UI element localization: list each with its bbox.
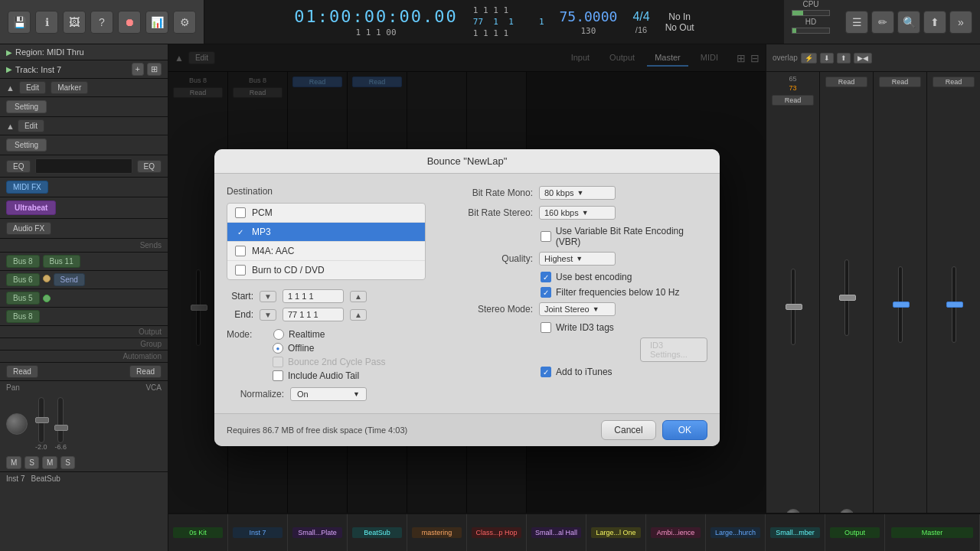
dest-mp3[interactable]: ✓ MP3 xyxy=(227,223,425,242)
burn-label: Burn to CD / DVD xyxy=(252,265,325,276)
share-btn[interactable]: ⬆ xyxy=(923,11,946,34)
edit2-btn[interactable]: Edit xyxy=(18,119,44,132)
list-btn[interactable]: ☰ xyxy=(845,11,868,34)
vbr-checkbox[interactable] xyxy=(541,231,551,242)
send-btn[interactable]: Send xyxy=(54,273,85,286)
start-mode-arrow[interactable]: ▼ xyxy=(260,291,276,302)
add-itunes-checkbox[interactable]: ✓ xyxy=(541,367,551,377)
right-play-btn[interactable]: ▶◀ xyxy=(854,53,872,64)
arrow-up2-btn[interactable]: ▲ xyxy=(6,122,15,131)
audio-fx-btn[interactable]: Audio FX xyxy=(6,222,51,235)
bus8-2-btn[interactable]: Bus 8 xyxy=(6,310,40,323)
read-btn1[interactable]: Read xyxy=(6,365,38,378)
record-btn[interactable]: ⏺ xyxy=(118,11,141,34)
bus5-btn[interactable]: Bus 5 xyxy=(6,292,40,305)
bounce-dialog: Bounce "NewLap" Destination PCM xyxy=(214,149,720,446)
end-mode-arrow[interactable]: ▼ xyxy=(260,309,276,321)
filter-freq-checkbox[interactable]: ✓ xyxy=(541,287,551,298)
pcm-checkbox[interactable] xyxy=(235,207,246,218)
photo-btn[interactable]: 🖼 xyxy=(63,11,86,34)
normalize-value: On xyxy=(297,390,309,399)
burn-checkbox[interactable] xyxy=(235,265,246,276)
bus6-btn[interactable]: Bus 6 xyxy=(6,273,40,286)
s-btn2[interactable]: S xyxy=(60,456,75,469)
arrow-up-btn[interactable]: ▲ xyxy=(6,83,15,93)
more-btn[interactable]: » xyxy=(949,11,972,34)
no-out-label: No Out xyxy=(665,22,694,33)
info-btn[interactable]: ℹ xyxy=(35,11,58,34)
dest-pcm[interactable]: PCM xyxy=(227,204,425,223)
id3-settings-btn[interactable]: ID3 Settings... xyxy=(640,337,707,362)
include-tail-inner: Include Audio Tail xyxy=(273,370,426,381)
write-id3-checkbox[interactable] xyxy=(541,322,551,333)
m-btn2[interactable]: M xyxy=(42,456,57,469)
settings-btn[interactable]: ⚙ xyxy=(173,11,196,34)
dialog-right: Bit Rate Mono: 80 kbps ▼ Bit Rate Stereo… xyxy=(441,186,707,401)
setting-btn2[interactable]: Setting xyxy=(6,139,47,152)
edit-btn[interactable]: Edit xyxy=(19,81,46,94)
save-btn[interactable]: 💾 xyxy=(8,11,31,34)
start-value[interactable]: 1 1 1 1 xyxy=(283,289,344,303)
mp3-checkbox[interactable]: ✓ xyxy=(235,227,246,237)
ultrabeat-btn[interactable]: Ultrabeat xyxy=(6,201,56,215)
add-btn[interactable]: + xyxy=(132,63,144,76)
dest-burn[interactable]: Burn to CD / DVD xyxy=(227,261,425,279)
right-arrow-btn1[interactable]: ⬇ xyxy=(820,53,834,64)
bit-rate-stereo-label: Bit Rate Stereo: xyxy=(441,207,533,218)
cancel-button[interactable]: Cancel xyxy=(601,420,655,440)
start-up-arrow[interactable]: ▲ xyxy=(350,291,367,302)
eq-display xyxy=(35,158,132,174)
right-strip3-read[interactable]: Read xyxy=(879,77,921,87)
setting-btn1[interactable]: Setting xyxy=(6,100,47,113)
right-strip2-handle[interactable] xyxy=(839,295,856,301)
best-encoding-checkbox[interactable]: ✓ xyxy=(541,272,551,282)
search-btn[interactable]: 🔍 xyxy=(897,11,920,34)
fader1-handle[interactable] xyxy=(35,417,49,423)
bus11-btn[interactable]: Bus 11 xyxy=(43,255,80,268)
bit-rate-stereo-select[interactable]: 160 kbps ▼ xyxy=(539,206,616,220)
eq-btn1[interactable]: EQ xyxy=(6,160,31,173)
m-btn1[interactable]: M xyxy=(6,456,21,469)
pan-knob[interactable] xyxy=(6,413,28,435)
marker-btn[interactable]: Marker xyxy=(51,81,88,94)
read-btn2[interactable]: Read xyxy=(129,365,162,378)
hd-bar xyxy=(792,28,830,34)
midi-fx-btn[interactable]: MIDI FX xyxy=(6,181,48,194)
right-strip-3: Read 0.0 xyxy=(874,72,927,551)
right-strip1-read[interactable]: Read xyxy=(772,95,814,106)
right-strip-1: 65 73 Read 0.0 M S xyxy=(766,72,820,551)
quality-select[interactable]: Highest ▼ xyxy=(539,252,616,266)
ms-bottom-row: M S M S xyxy=(0,454,168,471)
stereo-mode-select[interactable]: Joint Stereo ▼ xyxy=(539,302,616,316)
normalize-select[interactable]: On ▼ xyxy=(290,387,367,401)
right-strip3-handle[interactable] xyxy=(893,302,910,308)
bit-rate-mono-select[interactable]: 80 kbps ▼ xyxy=(539,186,616,200)
mixer-btn[interactable]: 📊 xyxy=(145,11,168,34)
right-snap-btn[interactable]: ⚡ xyxy=(801,53,817,64)
sig-bot: /16 xyxy=(635,25,647,34)
end-value[interactable]: 77 1 1 1 xyxy=(283,308,344,321)
bus8-1-btn[interactable]: Bus 8 xyxy=(6,255,40,268)
right-strip4-read[interactable]: Read xyxy=(933,77,975,87)
add-region-btn[interactable]: ⊞ xyxy=(147,63,162,76)
right-strip4-handle[interactable] xyxy=(946,302,963,308)
fader2-handle[interactable] xyxy=(54,425,68,431)
m4a-checkbox[interactable] xyxy=(235,246,246,256)
right-strip2-read[interactable]: Read xyxy=(825,77,867,87)
end-up-arrow[interactable]: ▲ xyxy=(350,309,367,321)
dest-m4a[interactable]: M4A: AAC xyxy=(227,242,425,261)
bounce2nd-row: Bounce 2nd Cycle Pass xyxy=(273,357,426,367)
right-strip1-handle[interactable] xyxy=(786,304,802,310)
bounce2nd-checkbox[interactable] xyxy=(273,357,283,367)
s-btn1[interactable]: S xyxy=(24,456,39,469)
edit2-btn[interactable]: ✏ xyxy=(871,11,894,34)
ok-button[interactable]: OK xyxy=(662,420,707,440)
destination-list: PCM ✓ MP3 M4A: AAC xyxy=(227,203,426,280)
include-tail-checkbox[interactable] xyxy=(273,370,283,381)
eq-btn2[interactable]: EQ xyxy=(137,160,162,173)
realtime-radio[interactable] xyxy=(273,329,284,340)
offline-radio[interactable] xyxy=(273,343,283,354)
help-btn[interactable]: ? xyxy=(90,11,113,34)
bs-largeone: Large...l One xyxy=(586,514,646,551)
right-arrow-btn2[interactable]: ⬆ xyxy=(837,53,851,64)
